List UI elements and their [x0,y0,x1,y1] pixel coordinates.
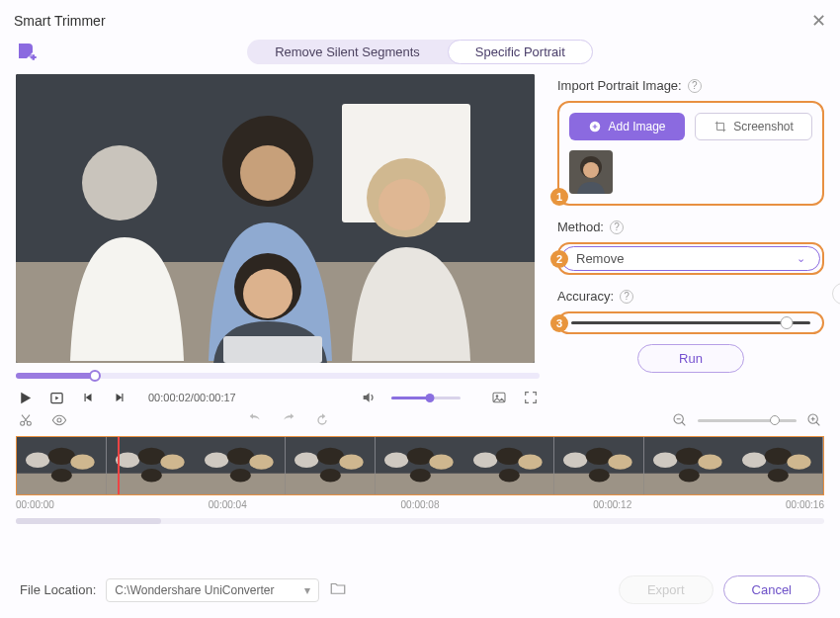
folder-icon[interactable] [329,579,347,600]
portrait-thumbnail[interactable] [569,150,613,194]
export-button: Export [619,575,714,604]
play-icon[interactable] [16,389,34,406]
timeline-frame [286,437,376,494]
svg-point-3 [82,145,157,221]
svg-point-55 [473,452,497,467]
prev-frame-icon[interactable] [79,389,97,406]
svg-point-5 [240,145,295,201]
import-card: 1 Add Image Screenshot [557,101,824,206]
svg-point-63 [608,454,631,469]
svg-point-40 [230,469,251,483]
svg-point-49 [384,452,408,467]
timeline-frame [196,437,286,494]
svg-point-33 [160,454,184,469]
timeline-frame [554,437,644,494]
method-label: Method: [557,220,604,234]
step-badge-3: 3 [550,314,568,332]
file-location-select[interactable]: C:\Wondershare UniConverter ▾ [106,578,318,602]
volume-icon[interactable] [360,389,378,406]
help-icon[interactable]: ? [620,290,633,304]
mode-tabs: Remove Silent Segments Specific Portrait [247,40,593,64]
cancel-button[interactable]: Cancel [723,575,820,604]
run-button[interactable]: Run [637,344,744,373]
window-title: Smart Trimmer [14,13,106,29]
fullscreen-icon[interactable] [522,389,540,406]
timecode: 00:00:02/00:00:17 [148,392,236,403]
accuracy-value[interactable]: 9 [832,283,840,305]
svg-point-52 [409,469,430,483]
svg-point-46 [320,469,341,483]
cut-icon[interactable] [18,412,34,428]
zoom-out-icon[interactable] [672,412,688,428]
svg-point-7 [378,179,430,230]
accuracy-card: 3 [557,311,824,334]
svg-point-27 [70,454,94,469]
accuracy-slider[interactable] [571,321,810,324]
crop-icon [714,120,727,133]
svg-point-45 [339,454,363,469]
zoom-slider[interactable] [698,419,797,422]
step-badge-1: 1 [550,188,568,206]
svg-point-25 [26,452,49,467]
step-badge-2: 2 [550,250,568,268]
app-logo-icon [14,41,40,64]
svg-point-51 [429,454,453,469]
timeline-frame [644,437,734,494]
timeline-scrollbar[interactable] [16,518,824,524]
svg-point-69 [698,454,721,469]
plus-circle-icon [588,120,602,133]
time-ruler: 00:00:00 00:00:04 00:00:08 00:00:12 00:0… [16,495,824,510]
timeline-frame [107,437,197,494]
video-preview [16,74,535,363]
svg-point-76 [768,469,789,483]
close-icon[interactable]: ✕ [811,10,826,32]
svg-point-20 [57,418,61,422]
timeline[interactable] [16,436,824,495]
volume-slider[interactable] [391,397,461,399]
chevron-down-icon: ▾ [304,583,310,597]
step-icon[interactable] [47,389,65,406]
timeline-frame [376,437,465,494]
add-image-button[interactable]: Add Image [569,113,685,140]
svg-point-13 [496,395,499,397]
svg-point-67 [653,452,677,467]
svg-point-58 [499,469,520,483]
svg-point-34 [140,469,161,483]
redo-icon[interactable] [281,412,296,428]
screenshot-button[interactable]: Screenshot [695,113,812,140]
eye-icon[interactable] [51,412,67,428]
playhead[interactable] [118,436,120,494]
method-card: 2 Remove ⌄ [557,242,824,275]
svg-rect-10 [223,336,322,363]
zoom-in-icon[interactable] [806,412,822,428]
next-frame-icon[interactable] [111,389,128,406]
svg-point-57 [519,454,543,469]
chevron-down-icon: ⌄ [797,252,805,265]
import-label: Import Portrait Image: [557,78,682,93]
timeline-frame [464,437,554,494]
refresh-icon[interactable] [314,412,330,428]
timeline-frame [17,437,107,494]
svg-point-37 [205,452,228,467]
undo-icon[interactable] [247,412,263,428]
svg-point-61 [563,452,587,467]
svg-point-70 [678,469,699,483]
svg-point-9 [243,269,293,318]
svg-point-75 [788,454,811,469]
method-select[interactable]: Remove ⌄ [561,246,820,271]
snapshot-icon[interactable] [490,389,508,406]
svg-point-64 [589,469,610,483]
svg-point-43 [294,452,318,467]
svg-point-39 [250,454,274,469]
timeline-frame [733,437,823,494]
progress-bar[interactable] [16,373,540,379]
file-location-label: File Location: [20,582,96,597]
tab-remove-silent[interactable]: Remove Silent Segments [247,40,448,64]
tab-specific-portrait[interactable]: Specific Portrait [448,40,593,64]
svg-point-73 [742,452,766,467]
svg-point-28 [51,469,72,483]
accuracy-label: Accuracy: [557,289,614,304]
svg-point-17 [583,162,599,178]
help-icon[interactable]: ? [688,79,702,93]
help-icon[interactable]: ? [610,221,624,234]
